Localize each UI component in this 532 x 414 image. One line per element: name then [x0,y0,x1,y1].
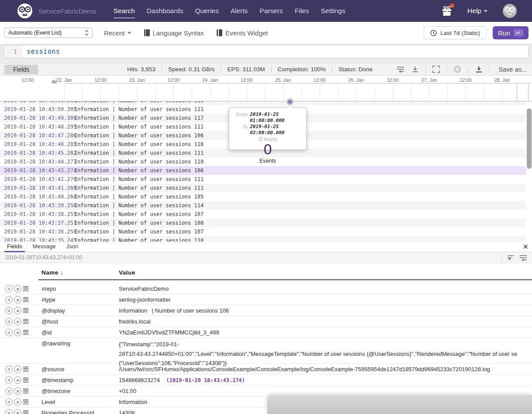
field-menu-icon[interactable] [23,410,29,414]
field-menu-icon[interactable] [23,319,29,324]
field-menu-icon[interactable] [23,286,29,292]
field-menu-icon[interactable] [23,297,29,303]
fields-button[interactable]: Fields [4,65,38,74]
field-row[interactable]: @rawstring{"Timestamp":"2019-01- 28T10:4… [0,338,532,364]
name-column-header[interactable]: Name ↓ [41,269,63,276]
wrap-lines-icon[interactable] [519,254,528,261]
humio-logo-icon[interactable] [17,3,33,19]
timeline-chart[interactable]: 4k 12:0022. Jan12:0023. Jan12:0024. Jan1… [0,76,532,101]
event-timestamp: 2019-01-28 10:43:50.305 [0,105,68,114]
exclude-filter-icon[interactable]: ≠ [14,409,21,414]
clock-icon [430,30,437,36]
inspector-tab-message[interactable]: Message [30,242,59,252]
include-filter-icon[interactable]: = [5,285,13,292]
run-button[interactable]: Run ↵ [493,26,529,39]
include-filter-icon[interactable]: = [5,398,13,406]
events-widget-link[interactable]: Events Widget [217,29,268,37]
include-filter-icon[interactable]: = [5,318,13,325]
nav-item-alerts[interactable]: Alerts [231,5,248,17]
event-row[interactable]: 2019-01-28 10:43:40.260Information | Num… [0,192,526,201]
export-download-icon[interactable] [475,66,483,73]
field-menu-icon[interactable] [23,377,29,383]
event-row[interactable]: 2019-01-28 10:43:42.270Information | Num… [0,175,526,184]
close-icon[interactable]: ✕ [523,243,529,251]
time-range-button[interactable]: Last 7d (Static) [424,26,487,39]
event-row[interactable]: 2019-01-28 10:43:41.266Information | Num… [0,184,526,192]
include-filter-icon[interactable]: = [5,329,13,336]
include-filter-icon[interactable]: = [5,296,13,303]
nav-item-dashboards[interactable]: Dashboards [147,5,183,17]
exclude-filter-icon[interactable]: ≠ [14,296,21,303]
nav-item-queries[interactable]: Queries [195,5,218,17]
histogram-bar[interactable] [517,83,529,101]
include-filter-icon[interactable]: = [5,365,13,373]
nav-item-search[interactable]: Search [114,5,135,17]
fullscreen-icon[interactable] [432,66,440,73]
hover-marker [286,98,294,105]
field-value: +01:00 [119,388,532,394]
tooltip-from-value: 2019-01-25 01:00:00.000 [250,111,306,124]
jump-to-bottom-icon[interactable] [411,66,419,73]
gridline [356,83,356,101]
event-message: Information | Number of user sessions 11… [68,106,204,112]
event-row[interactable]: 2019-01-28 10:43:35.245Information | Num… [0,236,526,242]
save-as-button[interactable]: Save as... [496,66,527,73]
field-row[interactable]: =≠@idYN2aEmtIJDV5vdZTFMMCCj8d_3_499 [0,327,532,338]
event-row[interactable]: 2019-01-28 10:43:39.256Information | Num… [0,201,526,210]
include-filter-icon[interactable]: = [5,387,13,395]
divider [425,66,426,73]
field-menu-icon[interactable] [23,399,29,405]
include-filter-icon[interactable]: = [5,376,13,384]
stop-query-icon[interactable] [453,65,462,73]
field-row[interactable]: =≠@source/Users/fwl/src/SFHumio/Applicat… [0,364,532,375]
exclude-filter-icon[interactable]: ≠ [14,329,21,336]
vertical-scrollbar-thumb[interactable] [527,108,532,169]
inspector-tab-json[interactable]: Json [63,242,80,252]
value-column-header[interactable]: Value [119,269,135,276]
exclude-filter-icon[interactable]: ≠ [14,307,21,314]
nav-item-files[interactable]: Files [295,5,309,17]
event-row[interactable]: 2019-01-28 10:43:51.310Information | Num… [0,101,526,105]
field-menu-icon[interactable] [23,366,29,372]
event-row[interactable]: 2019-01-28 10:43:36.250Information | Num… [0,227,526,236]
exclude-filter-icon[interactable]: ≠ [14,318,21,325]
exclude-filter-icon[interactable]: ≠ [14,365,21,373]
event-row[interactable]: 2019-01-28 10:43:43.274Information | Num… [0,166,526,175]
include-filter-icon[interactable]: = [5,409,13,414]
field-name: @id [41,329,52,336]
event-row[interactable]: 2019-01-28 10:43:38.255Information | Num… [0,210,526,219]
notification-dot [450,3,454,8]
nav-item-parsers[interactable]: Parsers [259,5,283,17]
query-editor[interactable]: 1 sessions [3,45,529,58]
field-menu-icon[interactable] [23,388,29,394]
nav-item-settings[interactable]: Settings [321,5,345,17]
user-avatar[interactable] [502,3,517,18]
query-text[interactable]: sessions [21,45,60,58]
help-menu[interactable]: Help [467,7,487,15]
stat-item: Speed: 0.31 GB/s [162,66,221,73]
field-row[interactable]: =≠@hostfredriks.local [0,316,532,327]
field-row[interactable]: =≠#typeserilog-jsonformatter [0,294,532,305]
gift-icon[interactable] [441,5,453,17]
event-row[interactable]: 2019-01-28 10:43:37.251Information | Num… [0,219,526,227]
language-syntax-link[interactable]: Language Syntax [144,29,204,37]
field-row[interactable]: =≠@displayInformation | Number of user s… [0,305,532,316]
field-row-actions: =≠ [5,409,29,414]
field-row[interactable]: =≠#repoServiceFabricDemo [0,283,532,294]
exclude-filter-icon[interactable]: ≠ [14,285,21,292]
view-type-select[interactable]: Automatic (Event List) [4,28,93,38]
field-menu-icon[interactable] [23,330,29,335]
field-row[interactable]: =≠@timestamp1548668623274 (2019-01-28 10… [0,375,532,386]
inspector-tab-fields[interactable]: Fields [4,242,25,252]
field-menu-icon[interactable] [23,308,29,313]
event-timestamp: 2019-01-28 10:43:43.274 [0,166,68,175]
repository-name[interactable]: ServiceFabricDemo [38,7,96,15]
wrap-lines-icon[interactable] [397,66,405,73]
exclude-filter-icon[interactable]: ≠ [14,398,21,406]
include-filter-icon[interactable]: = [5,307,13,314]
gridline [210,83,211,101]
recent-dropdown[interactable]: Recent [104,29,131,37]
filter-fields-icon[interactable] [507,255,514,261]
exclude-filter-icon[interactable]: ≠ [14,387,21,395]
exclude-filter-icon[interactable]: ≠ [14,376,21,384]
